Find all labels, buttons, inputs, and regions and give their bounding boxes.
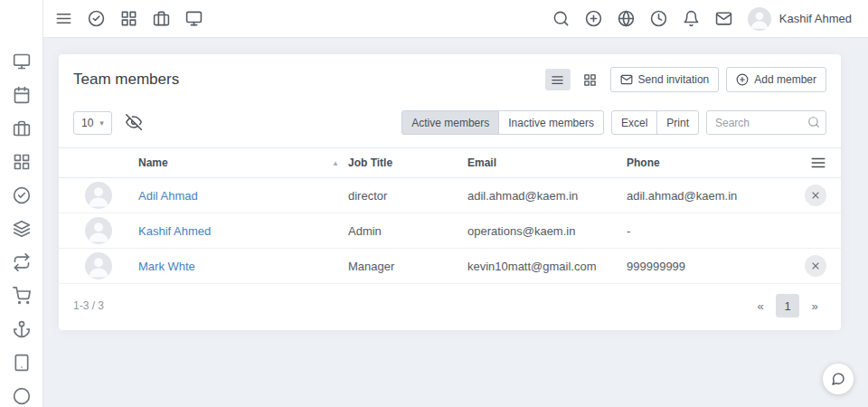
- sidebar-item-circle[interactable]: [13, 387, 31, 405]
- topbar: Kashif Ahmed: [43, 0, 868, 38]
- column-header-email[interactable]: Email: [467, 156, 627, 169]
- row-avatar-cell: [59, 217, 138, 244]
- mail-icon: [620, 73, 633, 86]
- layers-icon: [13, 220, 31, 238]
- send-invitation-button[interactable]: Send invitation: [610, 67, 720, 92]
- user-silhouette-icon: [85, 182, 112, 209]
- eye-off-icon: [126, 114, 142, 130]
- monitor-icon: [13, 52, 31, 71]
- clock-icon: [650, 10, 667, 27]
- sort-asc-icon: ▲: [332, 159, 339, 167]
- user-silhouette-icon: [85, 217, 112, 244]
- row-avatar-cell: [59, 252, 138, 279]
- sidebar-item-monitor[interactable]: [13, 52, 31, 71]
- search-icon: [807, 116, 820, 128]
- toolbar-right: Active members Inactive members Excel Pr…: [401, 110, 826, 135]
- pagination-prev-button[interactable]: «: [749, 294, 772, 317]
- sidebar-item-tablet[interactable]: [13, 354, 31, 372]
- add-member-button[interactable]: Add member: [726, 67, 826, 92]
- grid-icon: [13, 153, 31, 171]
- topbar-monitor-button[interactable]: [185, 10, 203, 27]
- user-silhouette-icon: [85, 252, 112, 279]
- table-row: Kashif Ahmed Admin operations@kaem.in -: [59, 213, 841, 249]
- chevron-down-icon: ▾: [99, 118, 104, 128]
- globe-icon: [618, 10, 635, 27]
- member-email: operations@kaem.in: [467, 224, 627, 238]
- card-header-controls: Send invitation Add member: [545, 67, 826, 92]
- print-button[interactable]: Print: [656, 110, 699, 135]
- member-name-link[interactable]: Adil Ahmad: [138, 189, 348, 203]
- remove-member-button[interactable]: [805, 255, 826, 277]
- close-icon: [810, 260, 821, 271]
- messages-button[interactable]: [715, 10, 732, 27]
- history-button[interactable]: [650, 10, 667, 27]
- member-email: adil.ahmad@kaem.in: [467, 189, 627, 203]
- column-header-job-title[interactable]: Job Title: [348, 156, 467, 169]
- avatar: [748, 7, 771, 31]
- hamburger-icon: [810, 155, 826, 171]
- sidebar-item-anchor[interactable]: [13, 320, 31, 338]
- grid-icon: [583, 73, 597, 87]
- topbar-check-circle-button[interactable]: [88, 10, 105, 27]
- briefcase-icon: [13, 119, 31, 137]
- user-menu[interactable]: Kashif Ahmed: [748, 7, 852, 31]
- active-members-filter[interactable]: Active members: [401, 110, 499, 135]
- member-name-link[interactable]: Kashif Ahmed: [138, 224, 348, 238]
- team-members-card: Team members Send invitation Add member: [59, 54, 841, 330]
- member-email: kevin10matt@gmail.com: [467, 260, 627, 273]
- pagination-next-button[interactable]: »: [803, 294, 826, 317]
- main-content: Team members Send invitation Add member: [43, 38, 868, 407]
- avatar: [85, 252, 112, 279]
- shopping-cart-icon: [13, 287, 31, 305]
- mail-icon: [715, 10, 732, 27]
- remove-member-button[interactable]: [805, 185, 826, 206]
- table-header-row: Name ▲ Job Title Email Phone: [59, 147, 841, 178]
- sidebar-item-layers[interactable]: [13, 220, 31, 238]
- column-header-phone[interactable]: Phone: [627, 156, 776, 169]
- briefcase-icon: [153, 10, 170, 27]
- send-invitation-label: Send invitation: [638, 73, 710, 86]
- card-footer: 1-3 / 3 « 1 »: [59, 284, 841, 330]
- card-header: Team members Send invitation Add member: [59, 54, 841, 105]
- column-header-name[interactable]: Name ▲: [138, 156, 348, 169]
- menu-toggle-button[interactable]: [55, 10, 72, 27]
- member-phone: 999999999: [627, 260, 776, 273]
- page-title: Team members: [73, 71, 179, 89]
- topbar-grid-button[interactable]: [120, 10, 137, 27]
- chat-button[interactable]: [823, 364, 854, 394]
- column-visibility-button[interactable]: [126, 114, 144, 132]
- table-search: [706, 110, 826, 135]
- export-excel-button[interactable]: Excel: [611, 110, 657, 135]
- pagination-page-1[interactable]: 1: [776, 294, 799, 317]
- user-silhouette-icon: [748, 7, 771, 31]
- results-range: 1-3 / 3: [73, 299, 104, 312]
- monitor-icon: [185, 10, 203, 27]
- circle-icon: [13, 387, 31, 405]
- export-group: Excel Print: [611, 110, 699, 135]
- member-job-title: Manager: [348, 260, 467, 273]
- member-name-link[interactable]: Mark Whte: [138, 260, 348, 273]
- sidebar-item-grid[interactable]: [13, 153, 31, 171]
- sidebar-item-cart[interactable]: [13, 287, 31, 305]
- plus-circle-icon: [736, 73, 749, 86]
- column-menu-button[interactable]: [810, 155, 826, 171]
- page-size-value: 10: [81, 117, 93, 129]
- grid-view-toggle[interactable]: [578, 69, 603, 90]
- sidebar-item-briefcase[interactable]: [13, 119, 31, 137]
- sidebar-item-repeat[interactable]: [13, 253, 31, 271]
- language-button[interactable]: [618, 10, 635, 27]
- inactive-members-filter[interactable]: Inactive members: [498, 110, 604, 135]
- notifications-button[interactable]: [683, 10, 700, 27]
- sidebar-item-calendar[interactable]: [13, 86, 31, 104]
- page-size-select[interactable]: 10 ▾: [73, 111, 112, 135]
- chat-bubble-icon: [831, 372, 845, 386]
- sidebar-item-check-circle[interactable]: [13, 186, 31, 204]
- topbar-briefcase-button[interactable]: [153, 10, 170, 27]
- anchor-icon: [13, 320, 31, 338]
- search-button[interactable]: [552, 10, 570, 27]
- tablet-icon: [13, 354, 31, 372]
- list-view-toggle[interactable]: [545, 69, 571, 90]
- quick-add-button[interactable]: [585, 10, 602, 27]
- grid-icon: [120, 10, 137, 27]
- member-filter-group: Active members Inactive members: [401, 110, 604, 135]
